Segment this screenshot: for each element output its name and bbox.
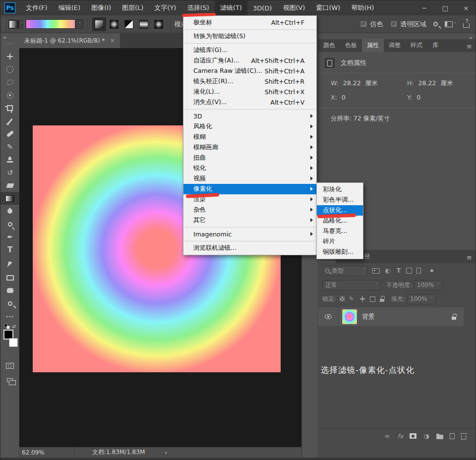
menu-item-pixelate[interactable]: 像素化 bbox=[183, 184, 316, 194]
menu-item-blur[interactable]: 模糊 bbox=[183, 132, 316, 142]
eyedropper-tool[interactable] bbox=[0, 115, 19, 127]
lock-all-icon[interactable] bbox=[380, 296, 385, 302]
menubar-help[interactable]: 帮助(H) bbox=[346, 0, 379, 15]
path-selection-tool[interactable] bbox=[0, 258, 19, 271]
clone-stamp-tool[interactable] bbox=[0, 153, 19, 166]
share-icon[interactable] bbox=[463, 23, 470, 28]
tab-color[interactable]: 颜色 bbox=[318, 39, 340, 52]
screen-mode-button[interactable] bbox=[0, 374, 19, 387]
linear-gradient-button[interactable] bbox=[92, 17, 106, 31]
quick-mask-button[interactable] bbox=[0, 359, 19, 372]
menubar-3d[interactable]: 3D(D) bbox=[247, 0, 277, 15]
fill-field[interactable]: 100% ˅ bbox=[407, 294, 436, 304]
add-layer-mask-icon[interactable] bbox=[410, 433, 416, 439]
zoom-level-field[interactable]: 62.09% bbox=[19, 449, 74, 456]
dodge-tool[interactable] bbox=[0, 218, 19, 230]
menu-item-vanishing-point[interactable]: 消失点(V)...Alt+Ctrl+V bbox=[183, 97, 316, 108]
lock-artboard-icon[interactable] bbox=[370, 296, 375, 302]
lasso-tool[interactable] bbox=[0, 76, 19, 89]
menu-item-camera-raw[interactable]: Camera Raw 滤镜(C)...Shift+Ctrl+A bbox=[183, 66, 316, 76]
radial-gradient-button[interactable] bbox=[107, 17, 121, 31]
menu-item-distort[interactable]: 扭曲 bbox=[183, 153, 316, 163]
transparency-checkbox[interactable]: 透明区域 bbox=[390, 20, 426, 29]
menubar-file[interactable]: 文件(F) bbox=[20, 0, 53, 15]
menu-item-adaptive-wide-angle[interactable]: 自适应广角(A)...Alt+Shift+Ctrl+A bbox=[183, 56, 316, 66]
menu-item-browse-filters-online[interactable]: 浏览联机滤镜... bbox=[183, 243, 316, 253]
menu-item-sharpen[interactable]: 锐化 bbox=[183, 163, 316, 173]
dither-checkbox[interactable]: 仿色 bbox=[360, 20, 383, 29]
menu-item-blur-gallery[interactable]: 模糊画廊 bbox=[183, 142, 316, 153]
tab-properties[interactable]: 属性 bbox=[362, 39, 384, 52]
background-lock-icon[interactable] bbox=[452, 314, 457, 320]
menubar-view[interactable]: 视图(V) bbox=[277, 0, 310, 15]
hand-tool[interactable] bbox=[0, 284, 19, 297]
move-tool[interactable] bbox=[0, 50, 19, 63]
tab-swatches[interactable]: 色板 bbox=[340, 39, 362, 52]
minimize-button[interactable]: ─ bbox=[414, 0, 435, 15]
gradient-picker-chevron[interactable]: ˅ bbox=[75, 19, 83, 29]
lock-image-pixels-icon[interactable]: ✎ bbox=[349, 295, 355, 303]
panel-menu-icon[interactable]: ≡ bbox=[467, 43, 476, 52]
brush-tool[interactable]: ✎ bbox=[0, 140, 19, 153]
filter-pixel-layers-icon[interactable] bbox=[372, 268, 380, 274]
eraser-tool[interactable] bbox=[0, 179, 19, 192]
menubar-layer[interactable]: 图层(L) bbox=[117, 0, 149, 15]
delete-layer-icon[interactable] bbox=[461, 435, 466, 440]
filter-adjustment-layers-icon[interactable]: ◐ bbox=[384, 267, 391, 275]
link-layers-icon[interactable]: ∞ bbox=[383, 432, 391, 440]
menu-item-lens-correction[interactable]: 镜头校正(R)...Shift+Ctrl+R bbox=[183, 76, 316, 87]
tab-close-icon[interactable]: × bbox=[110, 37, 115, 44]
submenu-item-color-halftone[interactable]: 彩色半调... bbox=[317, 195, 363, 205]
smudge-tool[interactable] bbox=[0, 205, 19, 218]
history-brush-tool[interactable]: ↺ bbox=[0, 166, 19, 179]
document-tab[interactable]: 未标题-1 @ 62.1%(RGB/8) * × bbox=[19, 33, 120, 48]
menubar-edit[interactable]: 编辑(E) bbox=[53, 0, 86, 15]
visibility-eye-icon[interactable] bbox=[325, 314, 332, 319]
menu-item-liquify[interactable]: 液化(L)...Shift+Ctrl+X bbox=[183, 87, 316, 97]
close-button[interactable]: × bbox=[456, 0, 476, 15]
layer-row-background[interactable]: 背景 bbox=[318, 307, 464, 326]
pen-tool[interactable]: ✒ bbox=[0, 230, 19, 243]
menubar-window[interactable]: 窗口(W) bbox=[310, 0, 346, 15]
blend-mode-dropdown[interactable]: 正常 ˅ bbox=[322, 280, 381, 290]
new-adjustment-layer-icon[interactable]: ◑ bbox=[423, 432, 430, 440]
menu-item-noise[interactable]: 杂色 bbox=[183, 205, 316, 215]
menu-item-filter-gallery[interactable]: 滤镜库(G)... bbox=[183, 45, 316, 56]
new-layer-icon[interactable] bbox=[450, 433, 455, 439]
tab-adjustments[interactable]: 调整 bbox=[384, 39, 406, 52]
menu-item-3d[interactable]: 3D bbox=[183, 111, 316, 121]
filter-toggle-icon[interactable]: ● bbox=[429, 267, 434, 275]
filter-type-layers-icon[interactable]: T bbox=[396, 267, 402, 275]
reflected-gradient-button[interactable] bbox=[137, 17, 151, 31]
zoom-tool[interactable] bbox=[0, 297, 19, 310]
tab-libraries[interactable]: 库 bbox=[427, 39, 443, 52]
submenu-item-fragment[interactable]: 碎片 bbox=[317, 236, 363, 247]
menu-item-stylize[interactable]: 风格化 bbox=[183, 121, 316, 132]
search-icon[interactable] bbox=[433, 22, 438, 26]
opacity-field[interactable]: 100% ˅ bbox=[414, 280, 443, 290]
healing-brush-tool[interactable] bbox=[0, 127, 19, 140]
submenu-item-mezzotint[interactable]: 铜版雕刻... bbox=[317, 247, 363, 257]
background-color-swatch[interactable] bbox=[9, 338, 18, 347]
menu-item-smart-filters[interactable]: 转换为智能滤镜(S) bbox=[183, 31, 316, 42]
submenu-item-mosaic[interactable]: 马赛克... bbox=[317, 226, 363, 236]
layer-style-fx-icon[interactable]: fx bbox=[398, 433, 403, 440]
maximize-button[interactable]: □ bbox=[435, 0, 456, 15]
filter-type-dropdown[interactable]: 类型 ˅ bbox=[322, 266, 368, 276]
menubar-image[interactable]: 图像(I) bbox=[86, 0, 117, 15]
workspace-switcher[interactable]: ˅ bbox=[445, 21, 457, 27]
menu-item-other[interactable]: 其它 bbox=[183, 215, 316, 226]
status-expand-chevron[interactable]: › bbox=[165, 449, 167, 456]
h-unit[interactable]: 厘米 bbox=[440, 79, 453, 87]
new-group-icon[interactable] bbox=[436, 435, 443, 439]
menu-item-last-filter[interactable]: 极坐标Alt+Ctrl+F bbox=[183, 17, 316, 28]
type-tool[interactable]: T bbox=[0, 243, 19, 256]
left-dock-collapse[interactable]: » bbox=[0, 33, 19, 48]
layer-thumbnail[interactable] bbox=[342, 309, 357, 324]
filter-shape-layers-icon[interactable] bbox=[406, 268, 412, 274]
gradient-tool[interactable] bbox=[0, 192, 19, 205]
diamond-gradient-button[interactable] bbox=[152, 17, 166, 31]
w-unit[interactable]: 厘米 bbox=[365, 79, 378, 87]
tab-styles[interactable]: 样式 bbox=[406, 39, 427, 52]
menu-item-video[interactable]: 视频 bbox=[183, 173, 316, 184]
